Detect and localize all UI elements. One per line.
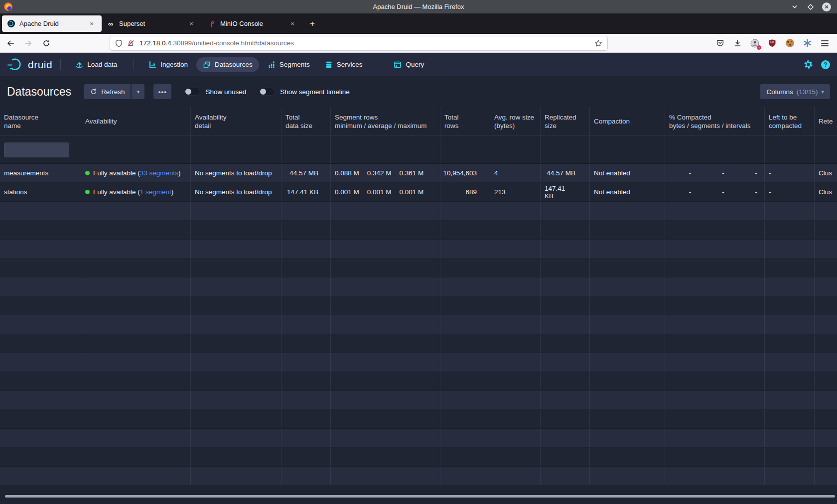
url-path: :30899/unified-console.html#datasources xyxy=(171,39,294,47)
help-icon[interactable]: ? xyxy=(821,60,830,69)
refresh-dropdown-button[interactable]: ▾ xyxy=(132,84,144,99)
show-segment-timeline-toggle[interactable] xyxy=(259,88,275,96)
nav-ingestion[interactable]: Ingestion xyxy=(142,57,194,72)
header-segment-rows[interactable]: Segment rows minimum / average / maximum xyxy=(331,107,440,135)
table-row-empty xyxy=(0,353,837,372)
avg-row-size-cell: 213 xyxy=(490,183,541,201)
nav-divider xyxy=(60,59,61,70)
total-data-size-cell: 147.41 KB xyxy=(281,183,331,201)
columns-button[interactable]: Columns (13/15) ▾ xyxy=(760,84,830,99)
nav-label: Query xyxy=(406,61,424,68)
table-row-stations[interactable]: stations Fully available (1 segment) No … xyxy=(0,183,837,202)
nav-label: Load data xyxy=(87,61,117,68)
datasource-name-cell[interactable]: measurements xyxy=(0,164,81,182)
menu-icon[interactable] xyxy=(819,38,830,49)
tab-minio-console[interactable]: MinIO Console × xyxy=(203,15,302,32)
tab-close-icon[interactable]: × xyxy=(287,19,297,29)
table-row-empty xyxy=(0,391,837,410)
ublock-icon[interactable]: UO xyxy=(767,38,778,49)
more-actions-button[interactable]: ••• xyxy=(153,84,171,99)
segments-link[interactable]: 1 segment xyxy=(140,188,171,196)
table-row-empty xyxy=(0,334,837,353)
retention-cell[interactable]: Clus xyxy=(815,164,837,182)
ingestion-icon xyxy=(148,61,156,69)
insecure-lock-icon[interactable] xyxy=(127,39,135,47)
tab-close-icon[interactable]: × xyxy=(87,19,97,29)
table-row-empty xyxy=(0,429,837,448)
available-dot-icon xyxy=(85,190,90,194)
druid-brand[interactable]: druid xyxy=(7,58,52,72)
header-retention[interactable]: Rete xyxy=(815,107,837,135)
datasource-name-filter-input[interactable] xyxy=(4,142,69,157)
header-total-data-size[interactable]: Total data size xyxy=(281,107,331,135)
nav-query[interactable]: Query xyxy=(387,57,430,72)
tab-label: Apache Druid xyxy=(19,20,59,27)
header-left-to-compact[interactable]: Left to be compacted xyxy=(765,107,815,135)
forward-icon[interactable] xyxy=(21,36,36,51)
compaction-cell: Not enabled xyxy=(590,164,665,182)
druid-navbar: druid Load data Ingestion Datasources Se… xyxy=(0,53,837,76)
druid-favicon-icon xyxy=(7,20,15,28)
cookie-icon[interactable] xyxy=(784,38,795,49)
window-titlebar: Apache Druid — Mozilla Firefox × xyxy=(0,0,837,13)
pocket-icon[interactable] xyxy=(714,38,725,49)
nav-segments[interactable]: Segments xyxy=(261,57,316,72)
container-asterisk-icon[interactable] xyxy=(802,38,813,49)
segments-link[interactable]: 33 segments xyxy=(140,169,178,177)
brand-name: druid xyxy=(28,59,52,71)
toggle-knob xyxy=(260,89,266,95)
window-close-icon[interactable]: × xyxy=(822,2,831,11)
tab-close-icon[interactable]: × xyxy=(186,19,196,29)
reload-icon[interactable] xyxy=(39,36,54,51)
table-row-measurements[interactable]: measurements Fully available (33 segment… xyxy=(0,164,837,183)
header-availability-detail[interactable]: Availability detail xyxy=(191,107,281,135)
show-unused-label: Show unused xyxy=(205,88,246,96)
settings-gear-icon[interactable] xyxy=(804,60,813,69)
url-bar[interactable]: 172.18.0.4:30899/unified-console.html#da… xyxy=(110,36,608,51)
nav-load-data[interactable]: Load data xyxy=(69,57,124,72)
horizontal-scrollbar-thumb[interactable] xyxy=(5,495,835,498)
bookmark-star-icon[interactable] xyxy=(594,39,602,47)
tab-apache-druid[interactable]: Apache Druid × xyxy=(2,15,102,32)
availability-detail-cell: No segments to load/drop xyxy=(191,164,281,182)
table-row-empty xyxy=(0,315,837,334)
pct-compacted-cell: --- xyxy=(665,183,765,201)
compaction-cell: Not enabled xyxy=(590,183,665,201)
load-data-icon xyxy=(75,61,83,69)
horizontal-scrollbar xyxy=(0,495,837,499)
header-compaction[interactable]: Compaction xyxy=(590,107,665,135)
replicated-size-cell: 44.57 MB xyxy=(541,164,590,182)
retention-cell[interactable]: Clus xyxy=(815,183,837,201)
datasource-name-cell[interactable]: stations xyxy=(0,183,81,201)
tracking-shield-icon[interactable] xyxy=(115,39,123,47)
url-text: 172.18.0.4:30899/unified-console.html#da… xyxy=(140,39,294,47)
window-maximize-icon[interactable] xyxy=(806,2,815,11)
header-avg-row-size[interactable]: Avg. row size (bytes) xyxy=(490,107,541,135)
query-icon xyxy=(394,61,402,69)
nav-services[interactable]: Services xyxy=(318,57,369,72)
left-to-compact-cell: - xyxy=(765,164,815,182)
header-replicated-size[interactable]: Replicated size xyxy=(541,107,590,135)
table-row-empty xyxy=(0,410,837,429)
nav-datasources[interactable]: Datasources xyxy=(196,57,259,72)
new-tab-button[interactable]: + xyxy=(305,17,319,31)
header-availability[interactable]: Availability xyxy=(81,107,191,135)
back-icon[interactable] xyxy=(3,36,18,51)
window-minimize-icon[interactable] xyxy=(790,2,799,11)
datasources-icon xyxy=(203,61,211,69)
header-pct-compacted[interactable]: % Compacted bytes / segments / intervals xyxy=(665,107,765,135)
toggle-knob xyxy=(185,89,191,95)
extension-icon[interactable]: × xyxy=(749,38,760,49)
downloads-icon[interactable] xyxy=(732,38,743,49)
tab-superset[interactable]: ∞ Superset × xyxy=(102,15,201,32)
show-unused-toggle[interactable] xyxy=(184,88,200,96)
replicated-size-cell: 147.41 KB xyxy=(541,183,590,201)
header-total-rows[interactable]: Total rows xyxy=(440,107,490,135)
chevron-down-icon: ▾ xyxy=(821,89,824,95)
refresh-button[interactable]: Refresh xyxy=(84,84,131,99)
refresh-icon xyxy=(90,88,97,95)
columns-label: Columns xyxy=(766,88,793,96)
header-datasource-name[interactable]: Datasource name xyxy=(0,107,81,135)
left-to-compact-cell: - xyxy=(765,183,815,201)
nav-label: Ingestion xyxy=(160,61,188,68)
